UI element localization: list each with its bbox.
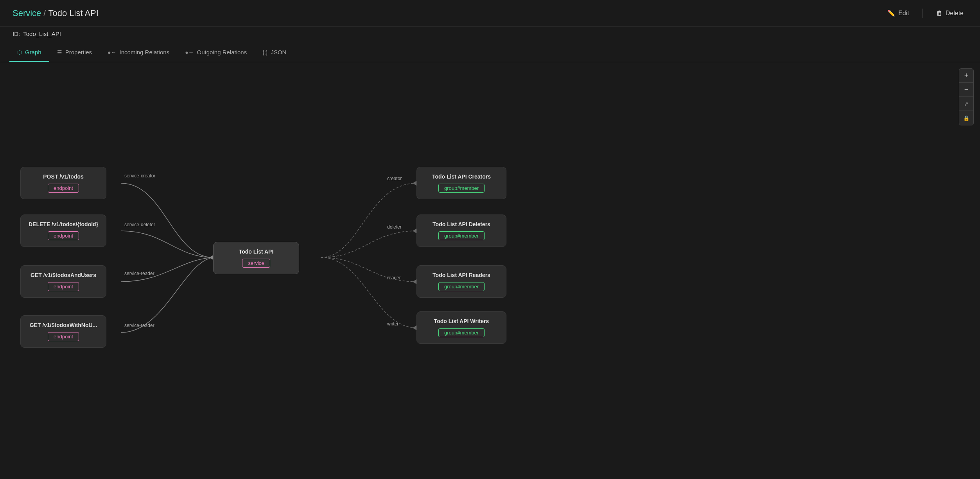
tab-outgoing[interactable]: ●→ Outgoing Relations (177, 43, 255, 62)
node-delete-badge: endpoint (48, 231, 79, 240)
graph-container: + − ⤢ 🔒 service-creator service-deleter … (0, 62, 980, 479)
delete-button[interactable]: 🗑 Delete (932, 7, 967, 19)
edit-label: Edit (898, 10, 909, 17)
node-creators-badge: group#member (438, 184, 485, 193)
header: Service / Todo List API ✏️ Edit 🗑 Delete (0, 0, 980, 27)
node-writers-badge: group#member (438, 328, 485, 337)
node-creators-title: Todo List API Creators (432, 173, 491, 180)
zoom-out-button[interactable]: − (959, 83, 973, 97)
svg-marker-0 (209, 255, 213, 260)
incoming-tab-icon: ●← (108, 49, 116, 55)
breadcrumb-service[interactable]: Service (13, 8, 41, 18)
tab-json[interactable]: {;} JSON (255, 43, 294, 62)
node-deleters-title: Todo List API Deleters (433, 221, 490, 227)
tab-properties[interactable]: ☰ Properties (49, 43, 100, 62)
svg-marker-7 (413, 279, 416, 284)
header-divider (923, 9, 923, 18)
zoom-controls: + − ⤢ 🔒 (959, 68, 974, 125)
incoming-tab-label: Incoming Relations (120, 49, 170, 55)
json-tab-label: JSON (271, 49, 286, 55)
node-delete-todos[interactable]: DELETE /v1/todos/{todoId} endpoint (20, 214, 106, 247)
header-actions: ✏️ Edit 🗑 Delete (883, 7, 967, 19)
node-creators[interactable]: Todo List API Creators group#member (416, 167, 506, 199)
node-writers[interactable]: Todo List API Writers group#member (416, 311, 506, 344)
svg-text:creator: creator (387, 176, 402, 181)
edit-icon: ✏️ (887, 9, 895, 17)
fit-button[interactable]: ⤢ (959, 97, 973, 111)
breadcrumb-separator: / (43, 8, 46, 18)
svg-text:deleter: deleter (387, 224, 402, 230)
zoom-in-button[interactable]: + (959, 69, 973, 83)
node-post-todos[interactable]: POST /v1/todos endpoint (20, 167, 106, 199)
graph-tab-label: Graph (25, 49, 41, 55)
lock-button[interactable]: 🔒 (959, 111, 973, 125)
svg-text:reader: reader (387, 275, 401, 281)
svg-marker-5 (413, 181, 416, 186)
id-label: ID: (13, 30, 20, 37)
properties-tab-label: Properties (65, 49, 92, 55)
node-get-todosandusers-title: GET /v1/$todosAndUsers (31, 272, 96, 278)
node-post-badge: endpoint (48, 184, 79, 193)
node-center-title: Todo List API (239, 248, 274, 255)
node-get-todos-nou[interactable]: GET /v1/$todosWithNoU... endpoint (20, 315, 106, 348)
outgoing-tab-icon: ●→ (185, 49, 194, 55)
id-value: Todo_List_API (23, 30, 61, 37)
svg-text:writer: writer (387, 321, 398, 327)
delete-label: Delete (946, 10, 964, 17)
node-readers-title: Todo List API Readers (433, 272, 490, 278)
json-tab-icon: {;} (262, 49, 267, 55)
node-get-todosandusers-badge: endpoint (48, 282, 79, 291)
graph-tab-icon: ⬡ (17, 49, 22, 55)
delete-icon: 🗑 (936, 10, 942, 17)
tab-incoming[interactable]: ●← Incoming Relations (100, 43, 177, 62)
svg-marker-8 (413, 325, 416, 330)
node-get-todoswithnou-title: GET /v1/$todosWithNoU... (30, 322, 97, 328)
svg-marker-6 (413, 229, 416, 233)
node-get-todos-users[interactable]: GET /v1/$todosAndUsers endpoint (20, 265, 106, 298)
breadcrumb-page: Todo List API (48, 8, 98, 18)
node-deleters-badge: group#member (438, 231, 485, 240)
node-post-title: POST /v1/todos (43, 173, 83, 180)
tab-graph[interactable]: ⬡ Graph (9, 43, 49, 62)
tabs: ⬡ Graph ☰ Properties ●← Incoming Relatio… (0, 43, 980, 62)
properties-tab-icon: ☰ (57, 49, 62, 55)
outgoing-tab-label: Outgoing Relations (197, 49, 247, 55)
node-deleters[interactable]: Todo List API Deleters group#member (416, 214, 506, 247)
edit-button[interactable]: ✏️ Edit (883, 7, 913, 19)
svg-text:service-creator: service-creator (124, 173, 155, 179)
node-center-badge: service (242, 259, 270, 268)
node-center-api[interactable]: Todo List API service (213, 242, 299, 274)
svg-text:service-reader: service-reader (124, 323, 154, 328)
node-writers-title: Todo List API Writers (434, 318, 489, 324)
node-readers[interactable]: Todo List API Readers group#member (416, 265, 506, 298)
node-delete-title: DELETE /v1/todos/{todoId} (29, 221, 98, 227)
svg-text:service-reader: service-reader (124, 271, 154, 276)
id-row: ID: Todo_List_API (0, 27, 980, 43)
breadcrumb: Service / Todo List API (13, 8, 99, 18)
node-readers-badge: group#member (438, 282, 485, 291)
svg-text:service-deleter: service-deleter (124, 222, 155, 227)
node-get-todoswithnou-badge: endpoint (48, 332, 79, 341)
